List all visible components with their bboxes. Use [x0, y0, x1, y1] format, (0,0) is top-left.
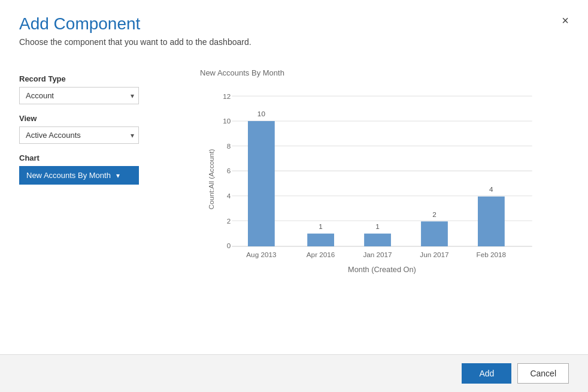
bar-aug2013	[248, 121, 275, 246]
y-tick-0: 0	[227, 242, 231, 249]
bar-jan2017	[364, 234, 391, 246]
view-label: View	[19, 114, 157, 123]
left-panel: Record Type Account Contact Lead Opportu…	[19, 68, 157, 345]
x-label-feb2018: Feb 2018	[477, 251, 507, 258]
bar-chart: Count:All (Account) 12 10 8 6	[176, 83, 569, 275]
chart-select-value: New Accounts By Month	[26, 171, 111, 180]
x-label-jun2017: Jun 2017	[420, 251, 448, 258]
bar-feb2018	[478, 197, 505, 246]
record-type-label: Record Type	[19, 74, 157, 83]
bar-jun2017	[421, 221, 448, 246]
bar-label-jan2017: 1	[375, 222, 380, 230]
bar-label-jun2017: 2	[432, 210, 437, 218]
bar-apr2016	[307, 234, 334, 246]
dialog-title: Add Component	[19, 14, 569, 34]
close-button[interactable]: ×	[557, 12, 574, 29]
chart-select-button[interactable]: New Accounts By Month ▾	[19, 166, 139, 185]
right-panel: New Accounts By Month Count:All (Account…	[176, 68, 569, 345]
dialog-footer: Add Cancel	[0, 354, 588, 392]
chart-field: Chart New Accounts By Month ▾	[19, 153, 157, 185]
bar-label-aug2013: 10	[257, 110, 266, 117]
record-type-field: Record Type Account Contact Lead Opportu…	[19, 74, 157, 104]
add-button[interactable]: Add	[462, 363, 511, 384]
view-select[interactable]: Active Accounts All Accounts My Accounts	[19, 126, 139, 144]
y-tick-8: 8	[227, 142, 231, 150]
y-tick-10: 10	[223, 117, 231, 125]
bar-label-feb2018: 4	[489, 185, 493, 193]
chart-label: Chart	[19, 153, 157, 162]
x-label-apr2016: Apr 2016	[307, 251, 335, 258]
x-label-jan2017: Jan 2017	[363, 251, 392, 258]
y-axis-label: Count:All (Account)	[207, 149, 215, 209]
chart-select-wrapper: New Accounts By Month ▾	[19, 166, 139, 185]
bar-label-apr2016: 1	[319, 222, 323, 230]
cancel-button[interactable]: Cancel	[517, 363, 569, 384]
view-select-wrapper: Active Accounts All Accounts My Accounts…	[19, 126, 139, 144]
dialog-body: Record Type Account Contact Lead Opportu…	[0, 56, 588, 354]
chart-preview-title: New Accounts By Month	[176, 68, 569, 77]
view-field: View Active Accounts All Accounts My Acc…	[19, 114, 157, 144]
y-tick-2: 2	[227, 217, 231, 225]
chart-chevron-icon: ▾	[116, 171, 120, 180]
record-type-select-wrapper: Account Contact Lead Opportunity ▾	[19, 87, 139, 104]
y-tick-4: 4	[227, 192, 231, 200]
y-tick-6: 6	[227, 167, 231, 174]
add-component-dialog: Add Component Choose the component that …	[0, 0, 588, 392]
dialog-header: Add Component Choose the component that …	[0, 0, 588, 56]
x-axis-title: Month (Created On)	[348, 265, 416, 274]
dialog-subtitle: Choose the component that you want to ad…	[19, 37, 569, 47]
x-label-aug2013: Aug 2013	[246, 251, 276, 258]
y-tick-12: 12	[223, 92, 231, 100]
record-type-select[interactable]: Account Contact Lead Opportunity	[19, 87, 139, 104]
